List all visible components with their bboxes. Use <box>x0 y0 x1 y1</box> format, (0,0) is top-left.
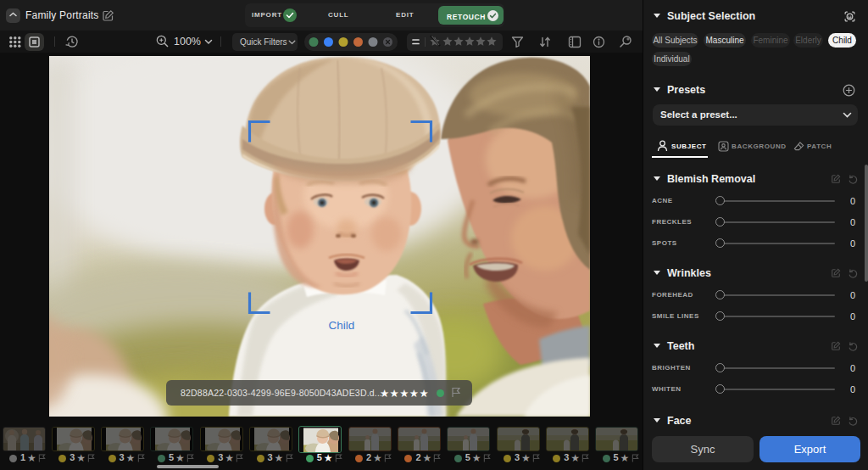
svg-text:Child: Child <box>329 319 355 332</box>
